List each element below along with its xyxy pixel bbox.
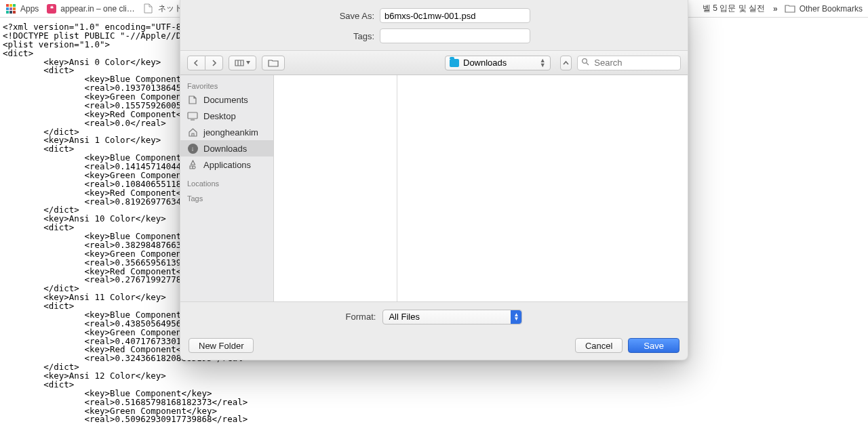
bookmark-other[interactable]: Other Bookmarks [785, 3, 863, 14]
format-label: Format: [346, 312, 376, 322]
collapse-button[interactable] [560, 56, 572, 70]
sidebar-header-tags: Tags [180, 192, 273, 204]
tags-input[interactable] [380, 28, 530, 43]
sidebar-header-favorites: Favorites [180, 79, 273, 91]
bookmark-appear[interactable]: ❝ appear.in – one cli… [47, 4, 134, 14]
svg-line-1 [587, 63, 589, 65]
chevron-left-icon [193, 60, 199, 66]
forward-button[interactable] [205, 56, 223, 70]
format-row: Format: All Files ▲▼ [180, 301, 688, 331]
dialog-toolbar: Downloads ▲▼ [180, 50, 688, 75]
bookmark-label: appear.in – one cli… [60, 4, 134, 14]
chevron-up-icon [563, 60, 569, 66]
downloads-icon: ↓ [187, 143, 198, 154]
format-value: All Files [389, 312, 420, 322]
bookmark-korean[interactable]: 벨 5 입문 및 실전 [703, 3, 765, 14]
svg-point-0 [583, 58, 587, 63]
sidebar-item-label: Downloads [203, 144, 247, 154]
cancel-button[interactable]: Cancel [575, 338, 623, 353]
documents-icon [187, 94, 198, 105]
new-folder-button[interactable]: New Folder [189, 338, 254, 353]
dialog-footer: New Folder Cancel Save [180, 331, 688, 360]
save-as-input[interactable] [380, 8, 530, 23]
columns-icon [235, 60, 244, 66]
nav-button-group [187, 56, 223, 70]
bookmark-label: Apps [20, 4, 39, 14]
bookmarks-overflow-icon[interactable]: » [773, 4, 776, 14]
save-dialog: Save As: Tags: Downloads ▲▼ [180, 0, 688, 360]
sidebar-header-locations: Locations [180, 177, 273, 189]
search-icon [581, 58, 589, 68]
sidebar-item-documents[interactable]: Documents [180, 91, 273, 108]
sidebar-item-applications[interactable]: Applications [180, 156, 273, 173]
chevron-right-icon [211, 60, 217, 66]
back-button[interactable] [187, 56, 205, 70]
bookmark-label: 벨 5 입문 및 실전 [703, 3, 765, 14]
home-icon [187, 127, 198, 138]
search-input[interactable] [577, 56, 681, 70]
save-button[interactable]: Save [628, 338, 679, 353]
sidebar: Favorites Documents Desktop jeongheankim [180, 75, 274, 301]
location-popup[interactable]: Downloads ▲▼ [445, 56, 551, 70]
popup-arrows-icon: ▲▼ [540, 58, 546, 68]
save-as-label: Save As: [191, 11, 374, 21]
chevron-down-icon [246, 61, 250, 64]
sidebar-item-desktop[interactable]: Desktop [180, 108, 273, 124]
desktop-icon [187, 110, 198, 121]
dialog-header: Save As: Tags: [180, 0, 688, 50]
sidebar-item-label: jeongheankim [203, 127, 258, 138]
file-column-1[interactable] [274, 75, 397, 301]
document-icon [143, 3, 154, 14]
folder-outline-icon [268, 59, 279, 67]
sidebar-item-downloads[interactable]: ↓ Downloads [180, 140, 273, 156]
search-field-wrap [577, 56, 681, 70]
tags-label: Tags: [191, 31, 374, 41]
appear-icon: ❝ [47, 4, 56, 14]
bookmark-label: Other Bookmarks [800, 4, 863, 14]
new-folder-icon-button[interactable] [262, 56, 285, 70]
select-arrows-icon: ▲▼ [511, 310, 521, 324]
dialog-body: Favorites Documents Desktop jeongheankim [180, 75, 688, 301]
format-select[interactable]: All Files ▲▼ [382, 310, 522, 324]
location-label: Downloads [463, 58, 507, 68]
view-mode-button[interactable] [229, 56, 256, 70]
sidebar-item-label: Desktop [203, 111, 236, 121]
file-column-2[interactable] [397, 75, 688, 301]
sidebar-item-label: Documents [203, 95, 248, 105]
svg-rect-2 [188, 112, 197, 119]
bookmark-apps[interactable]: Apps [5, 3, 39, 14]
downloads-folder-icon [450, 59, 459, 67]
apps-grid-icon [5, 3, 16, 14]
sidebar-item-home[interactable]: jeongheankim [180, 124, 273, 140]
applications-icon [187, 159, 198, 170]
folder-icon [785, 3, 795, 14]
sidebar-item-label: Applications [203, 160, 251, 170]
